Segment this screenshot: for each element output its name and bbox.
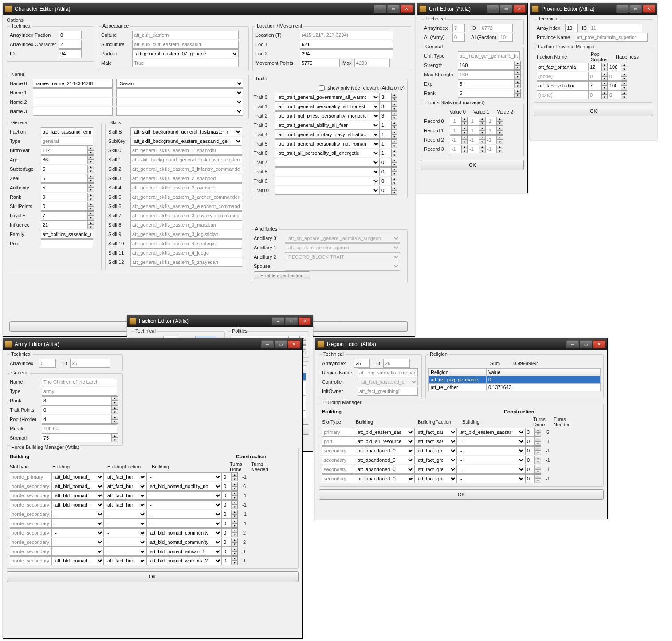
name3-input[interactable] bbox=[33, 107, 113, 116]
building-faction-select[interactable]: - bbox=[104, 510, 146, 519]
trait-select[interactable] bbox=[275, 177, 380, 185]
construction-select[interactable]: att_bld_nomad_nobility_noble bbox=[146, 482, 222, 491]
strength-input[interactable] bbox=[42, 433, 112, 442]
building-faction-select[interactable]: att_fact_hunni bbox=[104, 472, 146, 481]
maximize-button[interactable]: ▭ bbox=[580, 340, 592, 348]
minimize-button[interactable]: ─ bbox=[261, 340, 274, 348]
building-select[interactable]: att_abandoned_0 bbox=[354, 474, 414, 483]
minimize-button[interactable]: ─ bbox=[566, 340, 579, 348]
building-select[interactable]: att_bld_nomad_herders_g bbox=[51, 500, 104, 509]
construction-select[interactable]: - bbox=[457, 446, 525, 455]
trait-select[interactable]: att_trait_all_personality_all_energetic bbox=[275, 149, 380, 157]
close-button[interactable]: ✕ bbox=[401, 5, 413, 13]
close-button[interactable]: ✕ bbox=[593, 340, 605, 348]
skill-b-select[interactable]: att_skill_background_general_taskmaster_… bbox=[130, 127, 242, 136]
construction-select[interactable]: - bbox=[146, 519, 222, 528]
trait-select[interactable] bbox=[275, 186, 380, 195]
exp-input[interactable] bbox=[458, 79, 515, 88]
religion-row[interactable]: att_rel_pag_germanic0 bbox=[429, 376, 601, 384]
skill-subkey-select[interactable]: att_skill_background_eastern_sassanid_ge… bbox=[130, 137, 242, 146]
building-select[interactable]: att_abandoned_0 bbox=[354, 465, 414, 474]
strength-input[interactable] bbox=[458, 61, 515, 70]
titlebar[interactable]: Character Editor (Attila) ─ ▭ ✕ bbox=[3, 3, 415, 15]
building-select[interactable]: - bbox=[51, 510, 104, 519]
rank-input[interactable] bbox=[458, 89, 515, 98]
building-faction-select[interactable]: att_fact_hunni bbox=[104, 482, 146, 491]
building-select[interactable]: - bbox=[51, 528, 104, 537]
building-faction-select[interactable]: - bbox=[104, 538, 146, 547]
building-faction-select[interactable]: - bbox=[104, 528, 146, 537]
building-faction-select[interactable]: att_fact_hunni bbox=[104, 500, 146, 509]
religion-table[interactable]: ReligionValue att_rel_pag_germanic0att_r… bbox=[428, 368, 601, 391]
building-select[interactable]: att_bld_nomad_city_1 bbox=[51, 472, 104, 481]
building-faction-select[interactable]: att_fact_greuthi bbox=[414, 474, 457, 483]
building-select[interactable]: att_abandoned_0 bbox=[354, 456, 414, 464]
minimize-button[interactable]: ─ bbox=[272, 317, 284, 325]
construction-select[interactable]: - bbox=[457, 474, 525, 483]
name0-input[interactable] bbox=[33, 79, 113, 88]
minimize-button[interactable]: ─ bbox=[616, 5, 629, 13]
movement-points-input[interactable] bbox=[300, 59, 340, 67]
trait-select[interactable]: att_trait_general_personality_not_roman_… bbox=[275, 139, 380, 148]
trait-select[interactable]: att_trait_general_personality_all_honest bbox=[275, 102, 380, 111]
maximize-button[interactable]: ▭ bbox=[500, 5, 512, 13]
building-select[interactable]: att_bld_nomad_warriors_ bbox=[51, 556, 104, 565]
building-faction-select[interactable]: att_fact_hunni bbox=[104, 556, 146, 565]
close-button[interactable]: ✕ bbox=[513, 5, 526, 13]
pop-horde-input[interactable] bbox=[42, 415, 112, 424]
name2-select[interactable] bbox=[116, 98, 243, 106]
trait-select[interactable]: att_trait_general_ability_all_fear bbox=[275, 121, 380, 130]
construction-select[interactable]: - bbox=[457, 456, 525, 464]
construction-select[interactable]: att_bld_nomad_community_1 bbox=[146, 538, 222, 547]
building-select[interactable]: att_abandoned_0 bbox=[354, 446, 414, 455]
construction-select[interactable]: att_bld_nomad_community_1 bbox=[146, 528, 222, 537]
construction-select[interactable]: - bbox=[146, 500, 222, 509]
construction-select[interactable]: - bbox=[146, 510, 222, 519]
close-button[interactable]: ✕ bbox=[288, 340, 300, 348]
name0-select[interactable]: Sasan bbox=[116, 79, 243, 88]
building-select[interactable]: att_bld_eastern_sassanid_ bbox=[354, 428, 414, 437]
building-select[interactable]: att_bld_nomad_warriors_2 bbox=[51, 491, 104, 500]
minimize-button[interactable]: ─ bbox=[487, 5, 499, 13]
construction-select[interactable]: - bbox=[457, 437, 525, 446]
type-relevant-checkbox[interactable] bbox=[319, 85, 325, 91]
portrait-select[interactable]: att_general_eastern_07_generic bbox=[132, 49, 239, 58]
construction-select[interactable]: att_bld_eastern_sassanid_cit bbox=[457, 428, 525, 437]
maximize-button[interactable]: ▭ bbox=[285, 317, 298, 325]
ok-button[interactable]: OK bbox=[534, 106, 653, 116]
trait-select[interactable]: att_trait_general_government_all_warmong… bbox=[275, 93, 380, 102]
name1-input[interactable] bbox=[33, 88, 113, 97]
ok-button[interactable]: OK bbox=[421, 160, 524, 170]
options-label[interactable]: Options bbox=[7, 17, 411, 23]
construction-select[interactable]: att_bld_nomad_warriors_2 bbox=[146, 556, 222, 565]
building-select[interactable]: att_bld_all_resources_port bbox=[354, 437, 414, 446]
religion-row[interactable]: att_rel_other0.1371643 bbox=[429, 384, 601, 391]
loc1-input[interactable] bbox=[300, 40, 393, 49]
construction-select[interactable]: - bbox=[146, 491, 222, 500]
construction-select[interactable]: - bbox=[146, 472, 222, 481]
building-faction-select[interactable]: - bbox=[104, 547, 146, 556]
maximize-button[interactable]: ▭ bbox=[629, 5, 642, 13]
arrayindex-input[interactable] bbox=[354, 359, 370, 368]
maximize-button[interactable]: ▭ bbox=[275, 340, 287, 348]
trait-select[interactable] bbox=[275, 158, 380, 167]
trait-points-input[interactable] bbox=[42, 405, 112, 414]
building-faction-select[interactable]: att_fact_greuthi bbox=[414, 446, 457, 455]
building-select[interactable]: - bbox=[51, 519, 104, 528]
construction-select[interactable]: att_bld_nomad_artisan_1 bbox=[146, 547, 222, 556]
name2-input[interactable] bbox=[33, 98, 113, 106]
name1-select[interactable] bbox=[116, 88, 243, 97]
name3-select[interactable] bbox=[116, 107, 243, 116]
loc2-input[interactable] bbox=[300, 49, 393, 58]
construction-select[interactable]: - bbox=[457, 465, 525, 474]
close-button[interactable]: ✕ bbox=[299, 317, 311, 325]
building-faction-select[interactable]: att_fact_sassar bbox=[414, 428, 457, 437]
building-faction-select[interactable]: att_fact_greuthi bbox=[414, 465, 457, 474]
arrayindex-input[interactable] bbox=[565, 24, 578, 32]
close-button[interactable]: ✕ bbox=[643, 5, 655, 13]
building-faction-select[interactable]: att_fact_greuthi bbox=[414, 456, 457, 464]
maximize-button[interactable]: ▭ bbox=[387, 5, 400, 13]
ok-button[interactable]: OK bbox=[7, 571, 299, 582]
building-faction-select[interactable]: att_fact_hunni bbox=[104, 491, 146, 500]
minimize-button[interactable]: ─ bbox=[374, 5, 386, 13]
